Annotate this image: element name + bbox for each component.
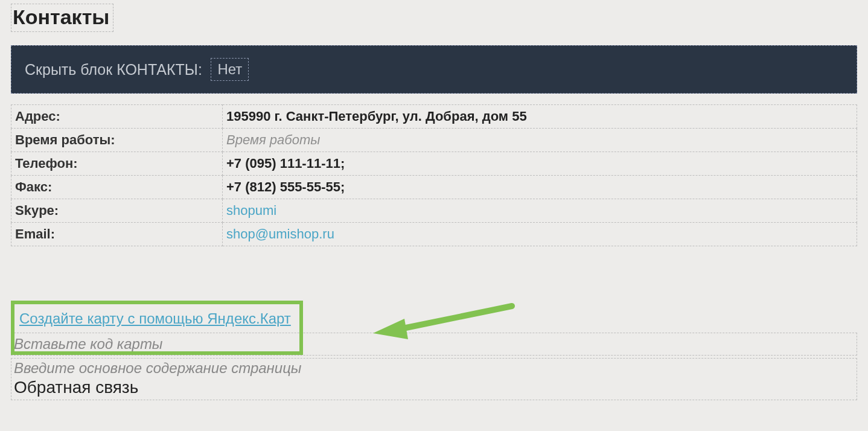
field-label-fax: Факс: [11, 176, 223, 199]
skype-link[interactable]: shopumi [226, 203, 276, 218]
page-content-field[interactable]: Введите основное содержание страницы Обр… [11, 358, 857, 400]
field-label-skype: Skype: [11, 199, 223, 223]
table-row: Skype: shopumi [11, 199, 857, 223]
field-value-email[interactable]: shop@umishop.ru [223, 223, 857, 246]
field-label-email: Email: [11, 223, 223, 246]
map-link-highlight: Создайте карту с помощью Яндекс.Карт [11, 301, 303, 355]
content-placeholder: Введите основное содержание страницы [14, 360, 854, 377]
field-label-hours: Время работы: [11, 129, 223, 152]
email-link[interactable]: shop@umishop.ru [226, 226, 334, 241]
hours-placeholder: Время работы [226, 132, 320, 147]
hide-contacts-bar: Скрыть блок КОНТАКТЫ: Нет [11, 45, 857, 94]
field-label-address: Адрес: [11, 105, 223, 129]
hide-contacts-toggle[interactable]: Нет [211, 58, 249, 81]
field-value-fax[interactable]: +7 (812) 555-55-55; [223, 176, 857, 199]
table-row: Факс: +7 (812) 555-55-55; [11, 176, 857, 199]
contacts-table: Адрес: 195990 г. Санкт-Петербург, ул. До… [11, 104, 857, 246]
svg-line-0 [394, 306, 512, 330]
arrow-icon [361, 297, 518, 351]
field-value-hours[interactable]: Время работы [223, 129, 857, 152]
table-row: Email: shop@umishop.ru [11, 223, 857, 246]
create-yandex-map-link[interactable]: Создайте карту с помощью Яндекс.Карт [19, 310, 291, 327]
feedback-heading: Обратная связь [14, 378, 854, 397]
field-label-phone: Телефон: [11, 152, 223, 176]
field-value-phone[interactable]: +7 (095) 111-11-11; [223, 152, 857, 176]
page-title[interactable]: Контакты [11, 4, 113, 32]
table-row: Телефон: +7 (095) 111-11-11; [11, 152, 857, 176]
field-value-address[interactable]: 195990 г. Санкт-Петербург, ул. Добрая, д… [223, 105, 857, 129]
table-row: Адрес: 195990 г. Санкт-Петербург, ул. До… [11, 105, 857, 129]
hide-contacts-label: Скрыть блок КОНТАКТЫ: [25, 61, 202, 78]
svg-marker-1 [373, 319, 408, 339]
table-row: Время работы: Время работы [11, 129, 857, 152]
field-value-skype[interactable]: shopumi [223, 199, 857, 223]
